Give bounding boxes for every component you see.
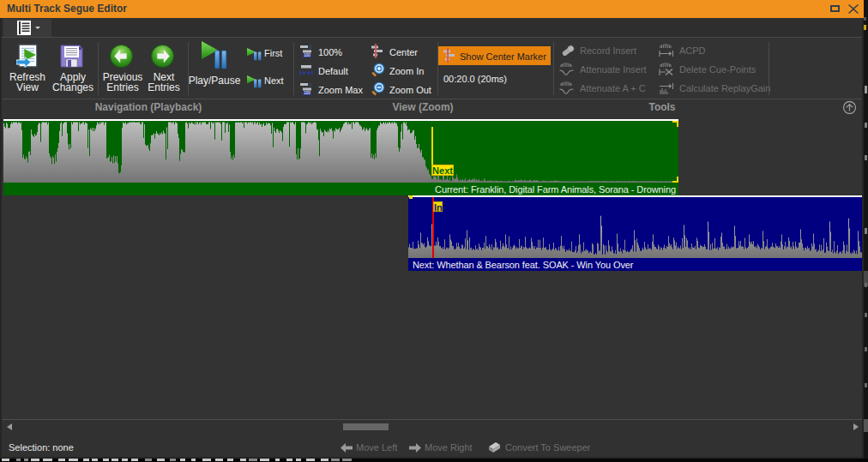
svg-text:100: 100 — [304, 53, 310, 57]
svg-text:100: 100 — [304, 91, 310, 95]
